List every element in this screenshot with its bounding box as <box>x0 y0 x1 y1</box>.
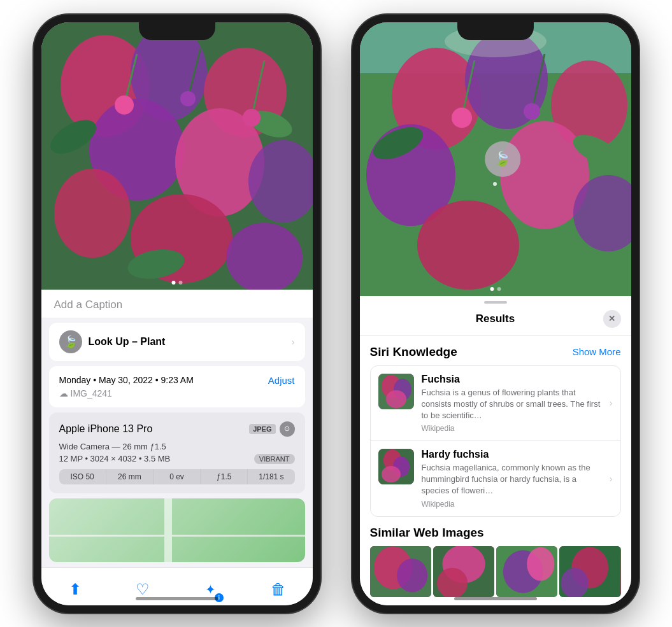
lookup-icon: 🍃 <box>59 330 82 353</box>
device-card: Apple iPhone 13 Pro JPEG ⊙ Wide Camera —… <box>49 412 305 493</box>
vibrant-badge: VIBRANT <box>254 454 295 464</box>
svg-point-33 <box>524 103 540 120</box>
svg-point-6 <box>54 169 131 258</box>
drag-handle[interactable] <box>484 301 507 304</box>
svg-point-18 <box>243 109 261 127</box>
right-image-dots <box>490 287 501 291</box>
siri-button[interactable]: 🍃 <box>485 141 520 177</box>
siri-dot <box>493 182 497 186</box>
knowledge-item-fuchsia[interactable]: Fuchsia Fuchsia is a genus of flowering … <box>371 366 620 442</box>
svg-point-42 <box>382 466 401 483</box>
device-header: Apple iPhone 13 Pro JPEG ⊙ <box>59 421 295 437</box>
share-icon: ⬆ <box>69 581 82 598</box>
hardy-source: Wikipedia <box>422 500 602 509</box>
home-indicator <box>136 597 218 600</box>
device-mp-row: 12 MP • 3024 × 4032 • 3.5 MB VIBRANT <box>59 454 295 464</box>
svg-point-16 <box>115 95 134 115</box>
hardy-name: Hardy fuchsia <box>422 449 602 460</box>
siri-knowledge-header: Siri Knowledge Show More <box>370 345 621 359</box>
trash-icon: 🗑 <box>271 581 286 598</box>
fuchsia-chevron-icon: › <box>610 398 613 408</box>
leaf-icon: 🍃 <box>64 335 78 349</box>
sparkle-icon: ✦ <box>205 582 216 597</box>
adjust-button[interactable]: Adjust <box>268 375 295 386</box>
knowledge-card: Fuchsia Fuchsia is a genus of flowering … <box>370 365 621 517</box>
svg-point-38 <box>386 390 406 408</box>
filename-text: IMG_4241 <box>71 388 112 398</box>
results-header: Results ✕ <box>360 307 631 336</box>
flower-image-right: 🍃 <box>360 22 631 296</box>
metadata-date: Monday • May 30, 2022 • 9:23 AM <box>59 375 194 385</box>
metadata-filename: ☁ IMG_4241 <box>59 388 295 398</box>
fuchsia-source: Wikipedia <box>422 424 602 433</box>
hardy-content: Hardy fuchsia Fuchsia magellanica, commo… <box>422 449 602 509</box>
map-roads <box>49 498 305 562</box>
right-notch <box>457 22 534 40</box>
hardy-thumbnail <box>378 449 414 484</box>
show-more-button[interactable]: Show More <box>573 346 621 357</box>
map-thumbnail[interactable] <box>49 498 305 562</box>
svg-point-45 <box>397 558 427 592</box>
cloud-icon: ☁ <box>59 388 68 398</box>
device-camera: Wide Camera — 26 mm ƒ1.5 <box>59 442 295 451</box>
lookup-row[interactable]: 🍃 Look Up – Plant › <box>49 323 305 361</box>
left-info-panel[interactable]: Add a Caption 🍃 Look Up – Plant › Monday… <box>41 290 313 567</box>
heart-icon: ♡ <box>136 581 150 598</box>
image-dots <box>171 281 182 285</box>
similar-images-section: Similar Web Images <box>360 517 631 603</box>
device-badges: JPEG ⊙ <box>249 421 294 437</box>
hardy-desc: Fuchsia magellanica, commonly known as t… <box>422 462 602 497</box>
exif-shutter: 1/181 s <box>248 469 294 484</box>
siri-knowledge-title: Siri Knowledge <box>370 345 457 359</box>
results-panel[interactable]: Results ✕ Siri Knowledge Show More <box>360 296 631 605</box>
fuchsia-content: Fuchsia Fuchsia is a genus of flowering … <box>422 374 602 433</box>
flower-image-left <box>41 22 313 290</box>
dot-2 <box>178 281 182 285</box>
dot-1 <box>171 281 175 285</box>
lookup-rest: Plant <box>138 336 166 347</box>
fuchsia-desc: Fuchsia is a genus of flowering plants t… <box>422 387 602 422</box>
similar-image-2[interactable] <box>433 546 494 597</box>
caption-area[interactable]: Add a Caption <box>41 290 313 318</box>
exif-mm: 26 mm <box>106 469 154 484</box>
device-mp: 12 MP • 3024 × 4032 • 3.5 MB <box>59 454 171 463</box>
right-dot-1 <box>490 287 494 291</box>
metadata-date-row: Monday • May 30, 2022 • 9:23 AM Adjust <box>59 375 295 386</box>
left-phone-screen: Add a Caption 🍃 Look Up – Plant › Monday… <box>41 22 313 605</box>
svg-point-32 <box>452 108 472 128</box>
delete-button[interactable]: 🗑 <box>264 575 292 603</box>
share-button[interactable]: ⬆ <box>61 575 89 603</box>
similar-image-4[interactable] <box>559 546 620 597</box>
svg-point-17 <box>180 91 196 106</box>
right-phone-frame: 🍃 Results ✕ <box>352 15 639 613</box>
exif-row: ISO 50 26 mm 0 ev ƒ1.5 1/181 s <box>59 469 295 484</box>
lookup-label[interactable]: Look Up – Plant <box>89 336 166 348</box>
similar-images-title: Similar Web Images <box>370 526 484 540</box>
results-title: Results <box>388 313 603 325</box>
similar-image-1[interactable] <box>370 546 431 597</box>
svg-point-54 <box>561 568 589 597</box>
svg-point-9 <box>226 223 303 290</box>
metadata-card: Monday • May 30, 2022 • 9:23 AM Adjust ☁… <box>49 366 305 407</box>
exif-ev: 0 ev <box>154 469 201 484</box>
lookup-chevron-icon: › <box>292 337 295 347</box>
device-name: Apple iPhone 13 Pro <box>59 423 153 435</box>
siri-knowledge-section: Siri Knowledge Show More <box>360 336 631 517</box>
similar-image-3[interactable] <box>496 546 557 597</box>
right-home-indicator <box>454 597 537 600</box>
close-button[interactable]: ✕ <box>603 310 621 328</box>
fuchsia-thumbnail <box>378 374 414 409</box>
exif-aperture: ƒ1.5 <box>201 469 248 484</box>
notch <box>139 22 215 40</box>
phones-container: Add a Caption 🍃 Look Up – Plant › Monday… <box>0 0 672 627</box>
exif-iso: ISO 50 <box>59 469 106 484</box>
svg-point-48 <box>437 568 468 597</box>
knowledge-item-hardy[interactable]: Hardy fuchsia Fuchsia magellanica, commo… <box>371 441 620 516</box>
close-icon: ✕ <box>608 314 615 323</box>
lookup-bold: Look Up – <box>89 336 138 347</box>
svg-point-26 <box>417 201 519 290</box>
similar-images-grid <box>370 546 621 603</box>
siri-leaf-icon: 🍃 <box>494 151 511 167</box>
caption-placeholder[interactable]: Add a Caption <box>54 299 123 311</box>
right-dot-2 <box>497 287 501 291</box>
